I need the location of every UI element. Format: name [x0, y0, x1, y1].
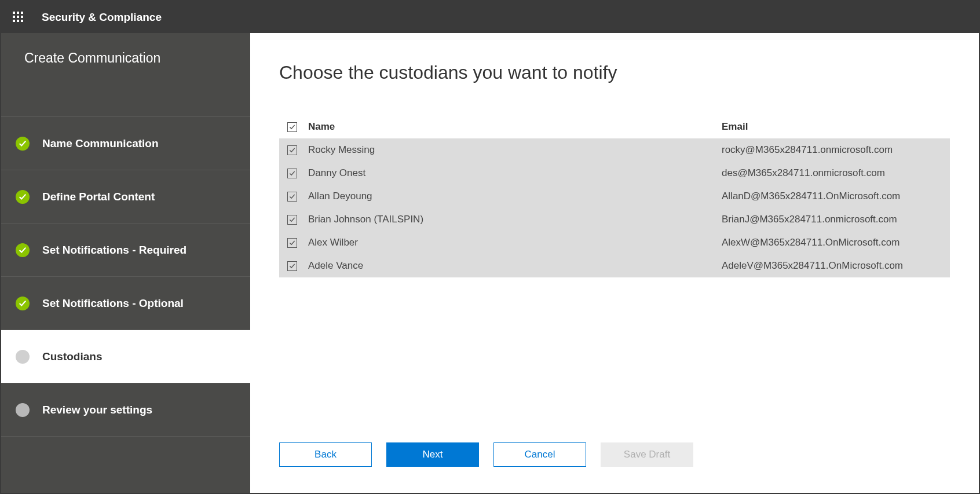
select-all-checkbox[interactable]: [287, 122, 297, 132]
table-row[interactable]: Alex Wilber AlexW@M365x284711.OnMicrosof…: [279, 231, 950, 254]
custodian-name: Brian Johnson (TAILSPIN): [308, 214, 722, 225]
app-title: Security & Compliance: [42, 11, 162, 24]
row-checkbox[interactable]: [287, 145, 297, 155]
back-button[interactable]: Back: [279, 442, 372, 467]
custodian-email: AdeleV@M365x284711.OnMicrosoft.com: [722, 260, 942, 272]
table-row[interactable]: Rocky Messing rocky@M365x284711.onmicros…: [279, 138, 950, 162]
sidebar-step-name-communication[interactable]: Name Communication: [1, 117, 250, 170]
custodian-name: Adele Vance: [308, 260, 722, 272]
sidebar-step-label: Set Notifications - Optional: [42, 297, 184, 310]
checkmark-icon: [16, 190, 30, 204]
row-checkbox[interactable]: [287, 192, 297, 202]
custodian-email: des@M365x284711.onmicrosoft.com: [722, 167, 942, 179]
save-draft-button: Save Draft: [601, 442, 693, 467]
checkmark-icon: [16, 297, 30, 310]
step-pending-icon: [16, 350, 30, 364]
sidebar-title: Create Communication: [1, 33, 250, 117]
page-title: Choose the custodians you want to notify: [279, 62, 950, 83]
sidebar-step-label: Define Portal Content: [42, 191, 155, 203]
sidebar-step-label: Review your settings: [42, 404, 152, 416]
table-row[interactable]: Danny Onest des@M365x284711.onmicrosoft.…: [279, 162, 950, 185]
table-row[interactable]: Allan Deyoung AllanD@M365x284711.OnMicro…: [279, 185, 950, 208]
sidebar-step-define-portal-content[interactable]: Define Portal Content: [1, 170, 250, 224]
row-checkbox[interactable]: [287, 261, 297, 271]
table-row[interactable]: Adele Vance AdeleV@M365x284711.OnMicroso…: [279, 254, 950, 277]
custodian-name: Alex Wilber: [308, 237, 722, 248]
table-header-row: Name Email: [279, 115, 950, 138]
sidebar-step-label: Set Notifications - Required: [42, 244, 187, 257]
row-checkbox[interactable]: [287, 215, 297, 225]
custodian-email: AlexW@M365x284711.OnMicrosoft.com: [722, 237, 942, 248]
table-row[interactable]: Brian Johnson (TAILSPIN) BrianJ@M365x284…: [279, 208, 950, 231]
column-header-name[interactable]: Name: [308, 121, 722, 133]
cancel-button[interactable]: Cancel: [493, 442, 586, 467]
column-header-email[interactable]: Email: [722, 121, 942, 133]
next-button[interactable]: Next: [386, 442, 479, 467]
row-checkbox[interactable]: [287, 169, 297, 178]
custodian-name: Danny Onest: [308, 167, 722, 179]
step-pending-icon: [16, 403, 30, 417]
main-content: Choose the custodians you want to notify…: [250, 33, 979, 493]
sidebar-step-label: Custodians: [42, 350, 102, 363]
custodian-name: Allan Deyoung: [308, 191, 722, 202]
app-header: Security & Compliance: [1, 1, 979, 33]
custodian-email: BrianJ@M365x284711.onmicrosoft.com: [722, 214, 942, 225]
sidebar-step-review-settings[interactable]: Review your settings: [1, 383, 250, 437]
sidebar-step-custodians[interactable]: Custodians: [1, 330, 250, 383]
wizard-footer: Back Next Cancel Save Draft: [279, 442, 693, 467]
checkmark-icon: [16, 137, 30, 151]
sidebar-step-label: Name Communication: [42, 137, 159, 150]
sidebar-step-set-notifications-optional[interactable]: Set Notifications - Optional: [1, 277, 250, 330]
checkmark-icon: [16, 243, 30, 257]
app-launcher-icon[interactable]: [13, 12, 24, 23]
custodian-email: AllanD@M365x284711.OnMicrosoft.com: [722, 191, 942, 202]
sidebar-step-set-notifications-required[interactable]: Set Notifications - Required: [1, 224, 250, 277]
custodian-name: Rocky Messing: [308, 144, 722, 156]
custodian-email: rocky@M365x284711.onmicrosoft.com: [722, 144, 942, 156]
wizard-sidebar: Create Communication Name Communication …: [1, 33, 250, 493]
row-checkbox[interactable]: [287, 238, 297, 248]
custodians-table: Name Email Rocky Messing rocky@M365x2847…: [279, 115, 950, 277]
